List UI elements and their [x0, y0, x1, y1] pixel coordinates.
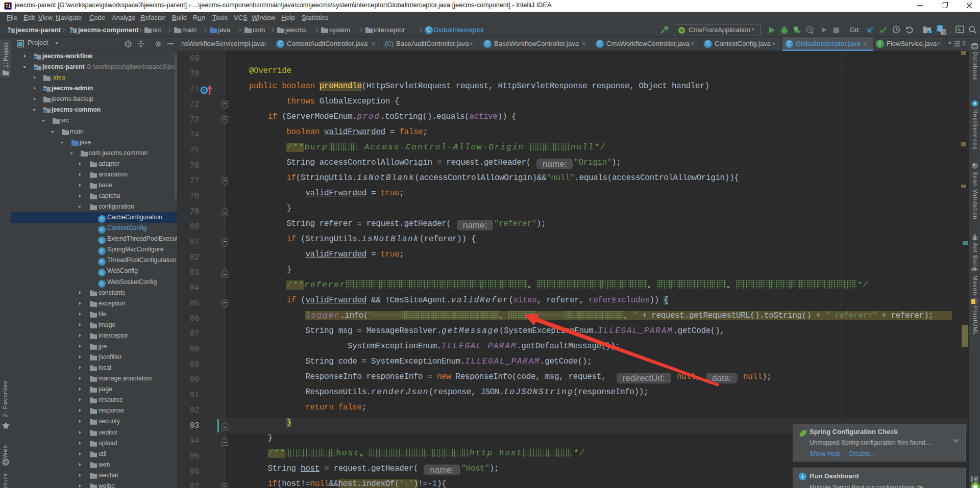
svg-text:C: C — [795, 27, 798, 31]
svg-text:文: 文 — [942, 29, 947, 35]
